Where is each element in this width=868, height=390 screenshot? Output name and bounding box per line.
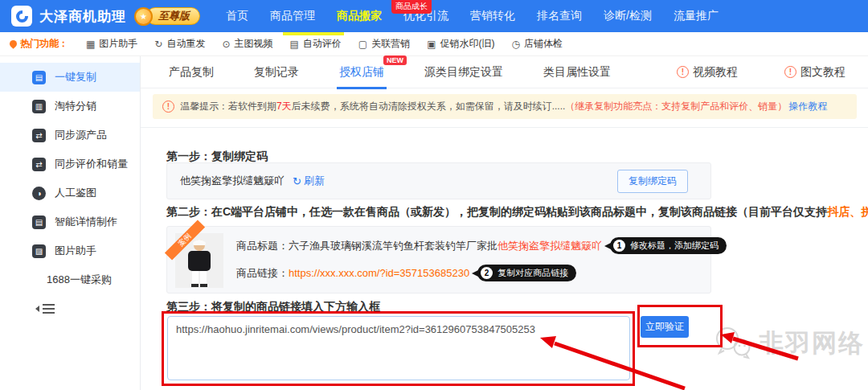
play-icon: ⊙: [222, 39, 230, 50]
binding-code-value: 他笑掬盗擎拟缱魑簸吖: [180, 174, 285, 188]
refresh-icon: ↻: [154, 39, 162, 50]
flame-icon: [8, 39, 18, 49]
quick-item-related-marketing[interactable]: ▢关联营销: [358, 37, 410, 51]
product-link-label: 商品链接：: [236, 266, 289, 281]
sidebar: ▤一键复制 ▥淘特分销 ⇄同步源产品 ⇄同步评价和销量 ◑人工鉴图 ▤智能详情制…: [0, 56, 141, 390]
refresh-icon: ↻: [293, 175, 301, 187]
callout-1-badge: 1修改标题，添加绑定码: [610, 237, 727, 254]
vip-badge: ★ 至尊版: [134, 7, 200, 26]
refresh-link[interactable]: ↻刷新: [293, 174, 325, 188]
example-card: 案例 商品标题：六子渔具玻璃钢溪流竿钓鱼杆套装钓竿厂家批他笑掬盗擎拟缱魑簸吖 1…: [166, 226, 711, 294]
info-icon: !: [784, 66, 796, 78]
product-link-url[interactable]: https://xxx.xxx.com/?id=357153685230: [289, 267, 469, 279]
sidebar-item-sync-reviews[interactable]: ⇄同步评价和销量: [0, 150, 140, 179]
app-logo-icon: [11, 6, 32, 27]
form-icon: ▤: [289, 39, 298, 50]
watermark: 非羽网络: [714, 325, 865, 362]
quick-item-watermark[interactable]: ▣促销水印(旧): [427, 37, 494, 51]
product-title-row: 商品标题：六子渔具玻璃钢溪流竿钓鱼杆套装钓竿厂家批他笑掬盗擎拟缱魑簸吖 1修改标…: [236, 237, 727, 254]
verify-now-button[interactable]: 立即验证: [641, 316, 689, 338]
nav-item-marketing[interactable]: 营销转化: [470, 9, 515, 23]
main-nav: 首页 商品管理 商品搬家 优化引流 营销转化 排名查询 诊断/检测 流量推广: [226, 9, 719, 23]
quick-item-main-video[interactable]: ⊙主图视频: [222, 37, 272, 51]
info-icon: !: [677, 66, 689, 78]
nav-item-product-move[interactable]: 商品搬家: [337, 9, 382, 23]
nav-item-home[interactable]: 首页: [226, 9, 248, 23]
content-tabs: 产品复制 复制记录 授权店铺 NEW 源类目绑定设置 类目属性设置 !视频教程 …: [141, 56, 868, 88]
product-title-text: 六子渔具玻璃钢溪流竿钓鱼杆套装钓竿厂家批: [289, 239, 497, 253]
detail-doc-icon: ▤: [32, 216, 46, 229]
stamp-icon: ▣: [427, 39, 436, 50]
wechat-icon: [714, 325, 752, 362]
sidebar-collapse-button[interactable]: [0, 294, 140, 323]
picture-icon: ▨: [32, 244, 46, 258]
nav-item-ranking[interactable]: 排名查询: [537, 9, 582, 23]
quick-toolbar: 热门功能： ▦图片助手 ↻自动重发 ⊙主图视频 ▤自动评价 ▢关联营销 ▣促销水…: [0, 32, 868, 56]
quick-item-shop-check[interactable]: ◷店铺体检: [512, 37, 563, 51]
copy-binding-code-button[interactable]: 复制绑定码: [617, 170, 688, 193]
tab-active-underline: [337, 87, 387, 89]
image-icon: ▦: [86, 39, 95, 50]
video-tutorial-link[interactable]: !视频教程: [677, 65, 738, 80]
copy-doc-icon: ▤: [32, 71, 46, 84]
collapse-arrow-icon: [35, 306, 39, 312]
vip-badge-label: 至尊版: [146, 7, 200, 25]
growth-tag: 商品成长: [391, 0, 432, 14]
quick-item-auto-repost[interactable]: ↻自动重发: [154, 37, 205, 51]
sidebar-item-taote[interactable]: ▥淘特分销: [0, 92, 140, 121]
warning-icon: !: [162, 101, 174, 113]
section-divider: [141, 127, 868, 128]
menu-bars-icon: [43, 304, 55, 306]
product-image: 案例: [175, 233, 223, 288]
step3-title: 第三步：将复制的商品链接填入下方输入框: [166, 300, 380, 314]
appended-binding-code: 他笑掬盗擎拟缱魑簸吖: [497, 239, 602, 253]
watermark-text: 非羽网络: [759, 326, 865, 360]
nav-item-traffic[interactable]: 流量推广: [674, 9, 719, 23]
chat-icon: ▢: [358, 39, 367, 50]
product-link-row: 商品链接：https://xxx.xxx.com/?id=35715368523…: [236, 265, 576, 281]
sidebar-item-manual-check[interactable]: ◑人工鉴图: [0, 179, 140, 207]
nav-active-underline: [283, 32, 344, 35]
notice-text: 温馨提示：若软件到期7天后未续费，系统将自动清除授权关系，如需保留，请及时续订.…: [180, 100, 787, 113]
tab-category-attrs[interactable]: 类目属性设置: [543, 65, 611, 80]
operation-tutorial-link[interactable]: 操作教程: [788, 100, 827, 113]
product-link-input[interactable]: https://haohuo.jinritemai.com/views/prod…: [167, 316, 630, 380]
clock-icon: ◷: [512, 39, 520, 50]
quick-item-image-helper[interactable]: ▦图片助手: [86, 37, 137, 51]
image-text-tutorial-link[interactable]: !图文教程: [784, 65, 845, 80]
tab-source-category[interactable]: 源类目绑定设置: [424, 65, 503, 80]
sidebar-item-1688-purchase[interactable]: 1688一键采购: [0, 265, 140, 294]
nav-item-product-manage[interactable]: 商品管理: [270, 9, 315, 23]
sidebar-item-image-helper[interactable]: ▨图片助手: [0, 236, 140, 265]
new-badge: NEW: [383, 55, 407, 65]
app-window: 大泽商机助理 ★ 至尊版 首页 商品管理 商品搬家 优化引流 营销转化 排名查询…: [0, 0, 868, 390]
sync-icon: ⇄: [32, 129, 46, 142]
sync-icon: ⇄: [32, 158, 46, 171]
top-navbar: 大泽商机助理 ★ 至尊版 首页 商品管理 商品搬家 优化引流 营销转化 排名查询…: [0, 0, 868, 32]
notice-bar: ! 温馨提示：若软件到期7天后未续费，系统将自动清除授权关系，如需保留，请及时续…: [153, 94, 857, 119]
eye-icon: ◑: [32, 187, 46, 200]
app-title: 大泽商机助理: [39, 7, 126, 26]
quick-item-auto-review[interactable]: ▤自动评价: [289, 37, 341, 51]
binding-code-box: 他笑掬盗擎拟缱魑簸吖 ↻刷新 复制绑定码: [166, 162, 711, 199]
sidebar-item-smart-detail[interactable]: ▤智能详情制作: [0, 207, 140, 236]
doc-icon: ▥: [32, 100, 46, 113]
nav-item-diagnosis[interactable]: 诊断/检测: [604, 9, 652, 23]
callout-2-badge: 2复制对应商品链接: [477, 265, 576, 281]
tab-copy-records[interactable]: 复制记录: [254, 65, 299, 80]
medal-icon: ★: [134, 7, 153, 26]
tab-authorized-shops[interactable]: 授权店铺 NEW: [339, 65, 384, 80]
product-title-label: 商品标题：: [236, 239, 289, 253]
sidebar-item-sync-source[interactable]: ⇄同步源产品: [0, 121, 140, 150]
tab-product-copy[interactable]: 产品复制: [169, 65, 214, 80]
hot-functions-label: 热门功能：: [10, 37, 68, 51]
sidebar-item-one-key-copy[interactable]: ▤一键复制: [0, 63, 140, 92]
step2-title: 第二步：在C端平台店铺中，任选一款在售商品（或新发），把复制的绑定码粘贴到该商品…: [166, 205, 868, 220]
